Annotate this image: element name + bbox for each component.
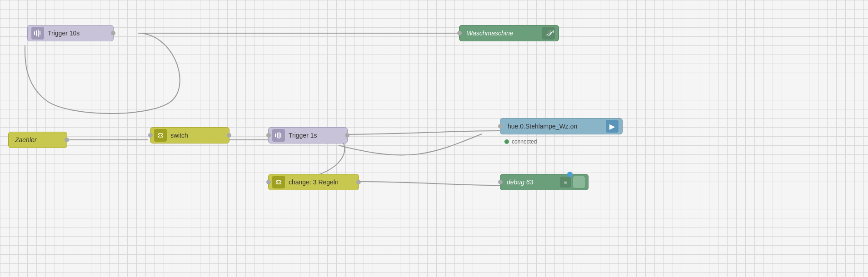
change-input-port[interactable] <box>266 180 271 184</box>
connected-status: connected <box>504 138 537 145</box>
zaehler-output-port[interactable] <box>65 138 69 142</box>
svg-rect-1 <box>36 30 37 36</box>
debug-blue-dot <box>567 172 573 177</box>
trigger-1s-input-port[interactable] <box>266 133 271 138</box>
change-output-port[interactable] <box>356 180 361 184</box>
wire-change-debug <box>357 182 500 185</box>
svg-rect-2 <box>38 30 39 37</box>
waschmaschine-node[interactable]: Waschmaschine 𝒫 <box>459 25 559 41</box>
hue-node[interactable]: hue.0.Stehlampe_Wz.on ▶ <box>500 118 623 134</box>
debug-list-icon[interactable]: ≡ <box>560 177 571 188</box>
debug-63-node[interactable]: debug 63 ≡ <box>500 174 589 190</box>
trigger-1s-output-port[interactable] <box>345 133 349 138</box>
wire-trigger1s-hue-bottom <box>339 134 482 155</box>
change-icon <box>272 176 285 188</box>
trigger-10s-icon <box>31 27 44 40</box>
hue-input-port[interactable] <box>498 124 503 129</box>
waschmaschine-p-icon: 𝒫 <box>542 27 555 40</box>
debug-63-label: debug 63 <box>503 178 533 186</box>
svg-rect-4 <box>275 134 276 137</box>
svg-rect-0 <box>34 31 35 35</box>
svg-rect-7 <box>280 133 281 138</box>
waschmaschine-input-port[interactable] <box>457 31 462 35</box>
zaehler-node[interactable]: Zaehler <box>8 132 67 148</box>
switch-node[interactable]: switch <box>150 127 229 143</box>
switch-input-port[interactable] <box>148 133 153 138</box>
zaehler-label: Zaehler <box>15 136 36 143</box>
trigger-1s-icon <box>272 129 285 142</box>
connected-text: connected <box>512 138 537 145</box>
svg-rect-5 <box>277 133 278 138</box>
debug-input-port[interactable] <box>498 180 503 184</box>
change-3regeln-label: change: 3 Regeln <box>289 178 339 186</box>
connected-dot-icon <box>504 139 509 144</box>
wire-trigger10s-loop <box>25 33 180 114</box>
trigger-10s-output-port[interactable] <box>111 31 115 35</box>
trigger-1s-label: Trigger 1s <box>289 132 317 139</box>
svg-rect-3 <box>40 31 40 35</box>
hue-arrow-icon: ▶ <box>606 120 619 133</box>
waschmaschine-label: Waschmaschine <box>463 30 513 37</box>
switch-label: switch <box>170 132 188 139</box>
trigger-1s-node[interactable]: Trigger 1s <box>268 127 348 143</box>
svg-rect-6 <box>279 132 279 139</box>
wire-trigger1s-hue-top <box>339 131 500 134</box>
trigger-10s-node[interactable]: Trigger 10s <box>27 25 114 41</box>
trigger-10s-label: Trigger 10s <box>48 30 80 37</box>
wires-layer <box>0 0 868 277</box>
debug-icons-group: ≡ <box>560 176 585 188</box>
hue-label: hue.0.Stehlampe_Wz.on <box>504 123 577 130</box>
switch-output-port[interactable] <box>227 133 231 138</box>
change-3regeln-node[interactable]: change: 3 Regeln <box>268 174 359 190</box>
debug-toggle-button[interactable] <box>573 176 585 188</box>
switch-icon <box>154 129 167 142</box>
